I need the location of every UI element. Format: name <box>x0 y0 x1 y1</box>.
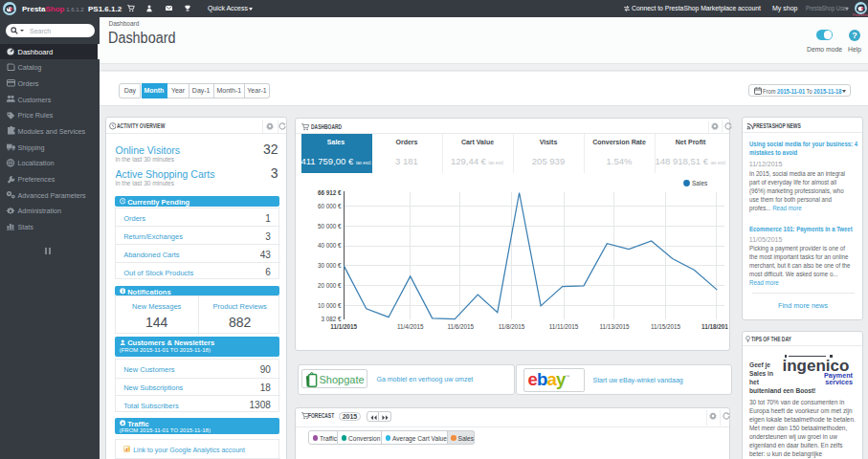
svg-text:11/11/2015: 11/11/2015 <box>549 323 579 330</box>
svg-text:40 000 €: 40 000 € <box>318 242 342 249</box>
svg-text:Sales: Sales <box>692 180 708 186</box>
svg-text:11/4/2015: 11/4/2015 <box>397 323 424 330</box>
svg-text:10 000 €: 10 000 € <box>318 301 342 308</box>
svg-text:66 912 €: 66 912 € <box>318 188 342 195</box>
svg-text:11/18/2015: 11/18/2015 <box>701 323 728 330</box>
svg-text:11/13/2015: 11/13/2015 <box>600 323 631 330</box>
svg-text:50 000 €: 50 000 € <box>318 223 342 230</box>
svg-text:11/8/2015: 11/8/2015 <box>499 323 525 330</box>
svg-text:11/15/2015: 11/15/2015 <box>651 323 681 330</box>
svg-text:30 000 €: 30 000 € <box>318 262 342 269</box>
svg-text:20 000 €: 20 000 € <box>318 282 342 289</box>
svg-text:11/1/2015: 11/1/2015 <box>330 323 357 330</box>
svg-text:3 082 €: 3 082 € <box>321 316 342 322</box>
svg-text:11/6/2015: 11/6/2015 <box>447 323 474 330</box>
svg-text:60 000 €: 60 000 € <box>318 203 342 209</box>
